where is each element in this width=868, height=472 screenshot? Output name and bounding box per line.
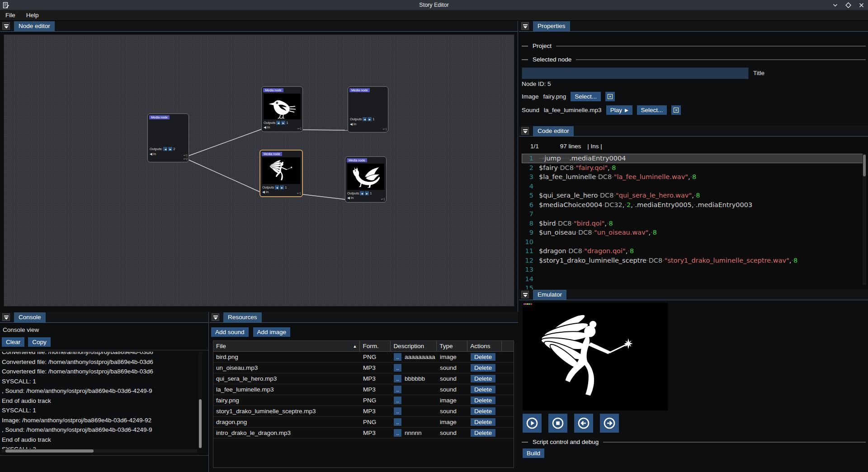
- code-line[interactable]: 6$mediaChoice0004·DC32,·2,·.mediaEntry00…: [522, 200, 865, 210]
- clear-button[interactable]: Clear: [2, 337, 24, 347]
- connection-line[interactable]: [188, 129, 261, 156]
- output-next-icon[interactable]: ▶: [168, 147, 172, 151]
- code-lines[interactable]: 1→jump····.mediaEntry00042$fairy·DC8·"fa…: [522, 154, 865, 289]
- collapse-panel-icon[interactable]: [212, 313, 219, 321]
- close-icon[interactable]: [859, 2, 864, 8]
- collapse-panel-icon[interactable]: [521, 291, 529, 298]
- menu-help[interactable]: Help: [26, 12, 39, 19]
- collapse-panel-icon[interactable]: [521, 127, 529, 135]
- delete-button[interactable]: Delete: [471, 407, 495, 415]
- console-hscrollbar[interactable]: [2, 449, 197, 453]
- console-vscrollbar-thumb[interactable]: [199, 399, 202, 448]
- node-start[interactable]: Media node Outputs: ◀ ▶ 2 ◀ In ↩1 ↩2: [147, 113, 189, 162]
- delete-button[interactable]: Delete: [471, 375, 495, 382]
- code-line[interactable]: 2$fairy·DC8·"fairy.qoi",·8: [522, 163, 865, 173]
- column-header-file[interactable]: File▲: [213, 341, 360, 351]
- node-fairy[interactable]: Media node Outputs ◀ ▶ 1 ◀ In ↩1: [259, 150, 303, 197]
- add-image-button[interactable]: Add image: [253, 327, 291, 337]
- code-line[interactable]: 7: [522, 209, 865, 219]
- image-select-button[interactable]: Select...: [571, 92, 601, 101]
- code-line[interactable]: 4: [522, 182, 865, 191]
- output-prev-icon[interactable]: ◀: [360, 191, 364, 195]
- description-edit-button[interactable]: ..: [394, 418, 401, 426]
- maximize-icon[interactable]: [845, 2, 851, 8]
- tab-emulator[interactable]: Emulator: [533, 290, 566, 300]
- description-edit-button[interactable]: ..: [394, 353, 401, 361]
- tab-node-editor[interactable]: Node editor: [14, 21, 55, 31]
- collapse-panel-icon[interactable]: [2, 22, 10, 30]
- copy-button[interactable]: Copy: [28, 337, 51, 347]
- delete-button[interactable]: Delete: [471, 429, 495, 437]
- column-header-type[interactable]: Type: [437, 341, 467, 351]
- table-row[interactable]: la_fee_luminelle.mp3MP3..soundDelete: [213, 384, 514, 395]
- table-row[interactable]: fairy.pngPNG..imageDelete: [213, 395, 514, 406]
- tab-code-editor[interactable]: Code editor: [533, 126, 574, 136]
- delete-button[interactable]: Delete: [471, 364, 495, 372]
- connection-line[interactable]: [303, 194, 345, 199]
- stop-button[interactable]: [548, 414, 567, 433]
- sound-play-button[interactable]: Play▶: [606, 105, 632, 115]
- description-edit-button[interactable]: ..: [394, 407, 401, 415]
- add-sound-button[interactable]: Add sound: [211, 327, 249, 337]
- sound-clear-button[interactable]: ✕: [671, 105, 681, 115]
- collapse-panel-icon[interactable]: [521, 22, 529, 30]
- connection-line[interactable]: [188, 160, 259, 192]
- node-dragon[interactable]: Media node Outputs ◀ ▶ 1 ◀ In ↩1: [345, 156, 387, 203]
- tab-resources[interactable]: Resources: [223, 312, 262, 322]
- output-prev-icon[interactable]: ◀: [276, 121, 280, 125]
- code-line[interactable]: 11$dragon·DC8·"dragon.qoi",·8: [522, 246, 865, 256]
- collapse-panel-icon[interactable]: [2, 313, 10, 321]
- output-next-icon[interactable]: ▶: [365, 191, 369, 195]
- table-row[interactable]: dragon.pngPNG..imageDelete: [213, 417, 514, 428]
- menu-file[interactable]: File: [5, 12, 15, 19]
- description-edit-button[interactable]: ..: [394, 375, 401, 382]
- step-back-button[interactable]: [574, 414, 593, 433]
- code-line[interactable]: 5$qui_sera_le_hero·DC8·"qui_sera_le_hero…: [522, 191, 865, 200]
- table-row[interactable]: story1_drako_luminelle_sceptre.mp3MP3..s…: [213, 406, 514, 417]
- description-edit-button[interactable]: ..: [394, 429, 401, 437]
- delete-button[interactable]: Delete: [471, 386, 495, 393]
- column-header-actions[interactable]: Actions: [467, 341, 502, 351]
- code-line[interactable]: 10: [522, 237, 865, 247]
- table-row[interactable]: un_oiseau.mp3MP3..soundDelete: [213, 363, 514, 373]
- code-line[interactable]: 14: [522, 274, 865, 284]
- connection-line[interactable]: [303, 130, 348, 130]
- tab-properties[interactable]: Properties: [533, 21, 570, 31]
- output-next-icon[interactable]: ▶: [280, 185, 284, 189]
- code-line[interactable]: 9$un_oiseau·DC8·"un_oiseau.wav",·8: [522, 228, 865, 237]
- play-button[interactable]: [523, 414, 542, 433]
- code-line[interactable]: 12$story1_drako_luminelle_sceptre·DC8·"s…: [522, 256, 865, 265]
- output-next-icon[interactable]: ▶: [281, 121, 285, 125]
- table-row[interactable]: intro_drako_le_dragon.mp3MP3..nnnnnsound…: [213, 428, 514, 439]
- image-clear-button[interactable]: ✕: [605, 92, 615, 101]
- console-vscrollbar[interactable]: [198, 352, 202, 449]
- title-input[interactable]: [522, 67, 749, 79]
- step-forward-button[interactable]: [600, 414, 619, 433]
- description-edit-button[interactable]: ..: [394, 386, 401, 393]
- code-line[interactable]: 3$la_fee_luminelle·DC8·"la_fee_luminelle…: [522, 172, 865, 182]
- delete-button[interactable]: Delete: [471, 353, 495, 361]
- column-header-description[interactable]: Description: [391, 341, 437, 351]
- build-button[interactable]: Build: [523, 448, 544, 458]
- sound-select-button[interactable]: Select...: [637, 105, 667, 115]
- table-row[interactable]: bird.pngPNG..aaaaaaaaaimageDelete: [213, 352, 514, 363]
- output-next-icon[interactable]: ▶: [368, 117, 372, 121]
- console-log[interactable]: Convertered file: /home/anthony/ostproj/…: [2, 352, 197, 449]
- code-scrollbar[interactable]: [863, 154, 866, 285]
- node-graph-canvas[interactable]: Media node Outputs: ◀ ▶ 2 ◀ In ↩1 ↩2 Med…: [4, 34, 514, 307]
- delete-button[interactable]: Delete: [471, 418, 495, 426]
- table-row[interactable]: qui_sera_le_hero.mp3MP3..bbbbbbsoundDele…: [213, 373, 514, 384]
- delete-button[interactable]: Delete: [471, 396, 495, 404]
- tab-console[interactable]: Console: [14, 312, 46, 322]
- code-line[interactable]: 1→jump····.mediaEntry0004: [522, 154, 865, 163]
- output-prev-icon[interactable]: ◀: [363, 117, 367, 121]
- description-edit-button[interactable]: ..: [394, 396, 401, 404]
- output-prev-icon[interactable]: ◀: [275, 185, 279, 189]
- description-edit-button[interactable]: ..: [394, 364, 401, 372]
- node-bird[interactable]: Media node Outputs ◀ ▶ 1 ◀ In ↩1: [261, 86, 303, 132]
- code-scrollbar-thumb[interactable]: [863, 155, 866, 176]
- output-prev-icon[interactable]: ◀: [163, 147, 167, 151]
- code-line[interactable]: 13: [522, 265, 865, 274]
- code-line[interactable]: 15: [522, 283, 865, 289]
- code-line[interactable]: 8$bird·DC8·"bird.qoi",·8: [522, 219, 865, 228]
